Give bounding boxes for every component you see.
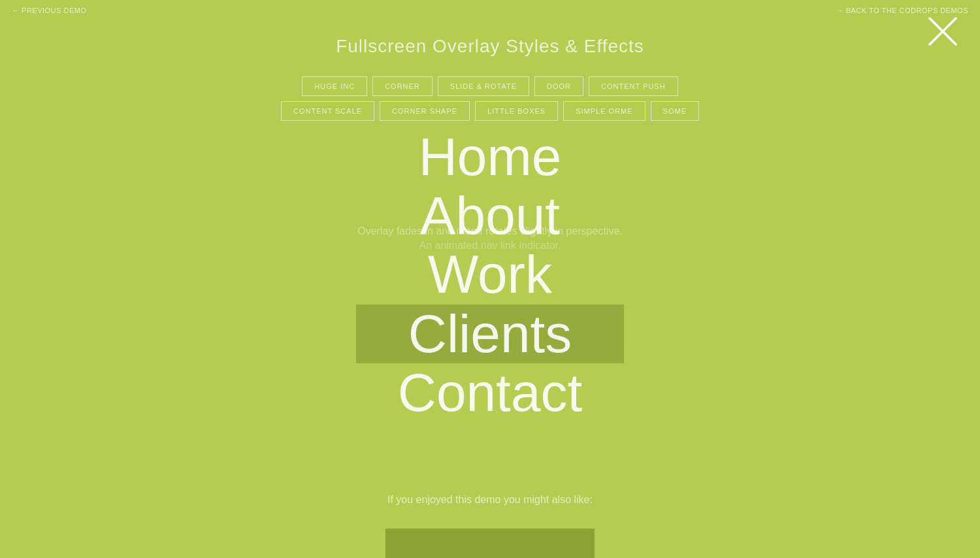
- nav-item-contact[interactable]: Contact: [398, 363, 583, 422]
- demo-btn-huge-inc[interactable]: HUGE INC: [302, 76, 367, 96]
- bottom-text: If you enjoyed this demo you might also …: [0, 494, 980, 506]
- close-button[interactable]: [924, 13, 960, 49]
- demo-btn-some[interactable]: SOME: [651, 101, 699, 121]
- demo-btn-content-scale[interactable]: CONTENT SCALE: [281, 101, 374, 121]
- demo-buttons-row2: CONTENT SCALE CORNER SHAPE LITTLE BOXES …: [0, 101, 980, 121]
- demo-btn-slide-rotate[interactable]: SLIDE & ROTATE: [438, 76, 529, 96]
- demo-btn-content-push[interactable]: CONTENT PUSH: [589, 76, 678, 96]
- nav-menu: Home About Work Clients Contact: [0, 127, 980, 422]
- page-title: Fullscreen Overlay Styles & Effects: [0, 36, 980, 57]
- prev-demo-link[interactable]: ← PREVIOUS DEMO: [12, 7, 86, 14]
- nav-item-about[interactable]: About: [420, 186, 560, 245]
- nav-item-clients[interactable]: Clients: [356, 304, 625, 363]
- nav-item-work[interactable]: Work: [428, 245, 552, 304]
- top-bar: ← PREVIOUS DEMO → BACK TO THE CODROPS DE…: [0, 7, 980, 14]
- demo-buttons-row1: HUGE INC CORNER SLIDE & ROTATE DOOR CONT…: [0, 76, 980, 96]
- demo-btn-door[interactable]: DOOR: [534, 76, 583, 96]
- bottom-bar-decoration: [385, 529, 595, 558]
- demo-btn-corner[interactable]: CORNER: [372, 76, 433, 96]
- demo-btn-corner-shape[interactable]: CORNER SHAPE: [380, 101, 470, 121]
- demo-btn-little-boxes[interactable]: LITTLE BOXES: [475, 101, 558, 121]
- nav-item-home[interactable]: Home: [419, 127, 562, 186]
- demo-btn-simple-orme[interactable]: SIMPLE ORME: [563, 101, 645, 121]
